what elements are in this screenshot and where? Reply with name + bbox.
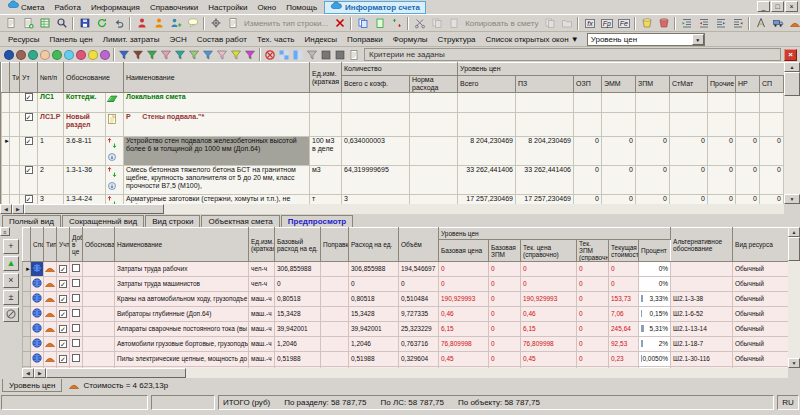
minimize-button[interactable]: _ xyxy=(757,1,770,12)
cell-norm[interactable] xyxy=(410,166,458,195)
cell-base-rate[interactable]: 306,855988 xyxy=(275,262,321,277)
cell-base-price[interactable]: 0,45 xyxy=(439,352,489,367)
compass-icon[interactable] xyxy=(752,15,769,31)
cell-base-price[interactable]: 190,929993 xyxy=(439,292,489,307)
cell-level-value[interactable]: 0 xyxy=(760,166,784,195)
cell-name[interactable]: Вибраторы глубинные (Доп.64) xyxy=(115,307,249,322)
scissors-icon[interactable] xyxy=(411,15,428,31)
estimate-row[interactable]: ✓31.3-4-24Арматурные заготовки (стержни,… xyxy=(2,195,785,205)
checkbox-icon[interactable]: ✓ xyxy=(59,295,67,303)
cell-cur-price[interactable]: 0,46 xyxy=(521,307,577,322)
cell-unit[interactable]: маш.-ч xyxy=(249,292,275,307)
resources-grid-vscrollbar[interactable]: ▲▼ xyxy=(788,227,800,368)
cell-unit[interactable] xyxy=(310,113,342,137)
scrollbar-thumb[interactable] xyxy=(788,237,800,261)
cell-level-value[interactable]: 0 xyxy=(574,166,602,195)
grid-2-icon[interactable] xyxy=(291,48,305,61)
column-header[interactable]: Наименование xyxy=(124,63,310,93)
filter-circle-icon-2[interactable] xyxy=(16,50,26,60)
cell-alt-basis[interactable]: Ш2.1-3-38 xyxy=(671,292,733,307)
scroll-down-button[interactable]: ▼ xyxy=(788,358,800,368)
resource-row[interactable]: ✓Автомобили грузовые бортовые, грузоподъ… xyxy=(23,337,789,352)
cell-volume[interactable]: 0,763716 xyxy=(399,337,439,352)
refresh-icon[interactable] xyxy=(93,15,110,31)
cell-num[interactable]: 1 xyxy=(38,137,64,166)
cell-level-value[interactable] xyxy=(574,113,602,137)
cell-basis[interactable]: 1.3-1-36 xyxy=(64,166,106,195)
row-marker[interactable] xyxy=(2,195,10,205)
column-header[interactable]: НР xyxy=(736,76,760,93)
add-to-price-checkbox-cell[interactable] xyxy=(70,337,83,352)
column-header[interactable]: СтМат xyxy=(670,76,708,93)
column-header[interactable]: №п/п xyxy=(38,63,64,93)
checkbox-icon[interactable]: ✓ xyxy=(59,355,67,363)
column-header[interactable]: Уровень цен xyxy=(439,228,671,240)
column-header[interactable]: Спс xyxy=(31,228,44,262)
column-header[interactable]: Объём xyxy=(399,228,439,262)
tab-informer-scheta[interactable]: Информатор счета xyxy=(324,1,426,14)
panel-button-2[interactable]: Панель цен xyxy=(45,33,98,46)
cell-basis[interactable]: Новый раздел xyxy=(64,113,106,137)
paste-icon[interactable] xyxy=(445,15,462,31)
cell-cur-cost[interactable]: 92,53 xyxy=(609,337,639,352)
restore-button[interactable]: □ xyxy=(771,1,784,12)
filter-circle-icon-8[interactable] xyxy=(88,50,98,60)
scroll-right-button[interactable]: ▶ xyxy=(34,368,46,378)
add-to-price-checkbox-cell[interactable] xyxy=(70,292,83,307)
cell-correction[interactable] xyxy=(321,262,349,277)
material-type-cell[interactable] xyxy=(44,337,57,352)
filter-funnel-icon-3[interactable] xyxy=(145,48,159,61)
filter-funnel-icon-6[interactable] xyxy=(187,48,201,61)
filter-funnel-icon-5[interactable] xyxy=(173,48,187,61)
cell-rate[interactable]: 0,51988 xyxy=(349,352,399,367)
cell-percent[interactable]: 0% xyxy=(639,262,671,277)
cell-level-value[interactable]: 0 xyxy=(736,166,760,195)
row-type-cell[interactable] xyxy=(10,195,20,205)
resource-type-cell[interactable] xyxy=(31,352,44,367)
resource-row[interactable]: ✓Вибраторы глубинные (Доп.64)маш.-ч15,34… xyxy=(23,307,789,322)
copy-icon[interactable] xyxy=(428,15,445,31)
accounted-checkbox-cell[interactable]: ✓ xyxy=(57,292,70,307)
cell-resource-kind[interactable]: Обычный xyxy=(733,307,788,322)
cell-basis[interactable] xyxy=(83,262,115,277)
bubble-icon[interactable] xyxy=(184,15,201,31)
cell-pz[interactable]: 33 262,441406 xyxy=(516,166,574,195)
cell-level-value[interactable] xyxy=(736,93,760,113)
cell-level-value[interactable]: 0 xyxy=(636,137,670,166)
checkbox-icon[interactable] xyxy=(72,294,80,302)
cell-rate[interactable]: 0 xyxy=(349,277,399,292)
cell-num[interactable]: 3 xyxy=(38,195,64,205)
cell-cur-zpm[interactable]: 0 xyxy=(577,322,609,337)
cell-resource-kind[interactable]: Обычный xyxy=(733,262,788,277)
scroll-down-button[interactable]: ▼ xyxy=(784,194,800,204)
cell-base-rate[interactable]: 0,51988 xyxy=(275,352,321,367)
panel-button-5[interactable]: Состав работ xyxy=(192,33,252,46)
indent-4-icon[interactable] xyxy=(729,15,746,31)
cell-unit[interactable]: чел-ч xyxy=(249,262,275,277)
cell-unit[interactable] xyxy=(310,93,342,113)
column-header[interactable]: Доб в це xyxy=(70,228,83,262)
cell-resource-kind[interactable]: Обычный xyxy=(733,352,788,367)
doc-add-icon[interactable] xyxy=(19,15,36,31)
copy-to-estimate-button[interactable]: Копировать в смету xyxy=(462,19,541,28)
cell-level-value[interactable]: 0 xyxy=(670,137,708,166)
material-type-cell[interactable] xyxy=(44,277,57,292)
checkbox-icon[interactable] xyxy=(72,309,80,317)
cell-rate[interactable]: 0,80518 xyxy=(349,292,399,307)
cell-volume[interactable]: 0 xyxy=(399,277,439,292)
plus-minus-button[interactable]: ± xyxy=(3,290,19,305)
cell-cur-zpm[interactable]: 0 xyxy=(577,337,609,352)
cell-qty[interactable] xyxy=(342,93,410,113)
cell-norm[interactable] xyxy=(410,93,458,113)
row-checkbox-cell[interactable]: ✓ xyxy=(20,195,38,205)
cell-total[interactable] xyxy=(458,113,516,137)
row-marker[interactable] xyxy=(23,277,31,292)
cell-basis[interactable]: 1.3-4-24 xyxy=(64,195,106,205)
checkbox-icon[interactable]: ✓ xyxy=(59,310,67,318)
add-to-price-checkbox-cell[interactable] xyxy=(70,277,83,292)
cell-rate[interactable]: 1,2046 xyxy=(349,337,399,352)
cell-unit[interactable]: маш.-ч xyxy=(249,352,275,367)
checkbox-icon[interactable] xyxy=(72,279,80,287)
checkbox-icon[interactable] xyxy=(72,324,80,332)
column-header[interactable]: ПЗ xyxy=(516,76,574,93)
